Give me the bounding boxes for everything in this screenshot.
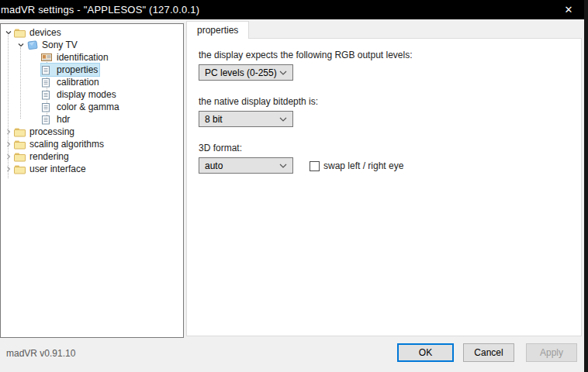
tree-item-label: identification [55, 52, 109, 63]
tree-item-label: display modes [55, 89, 116, 100]
tree-item-label: color & gamma [55, 102, 119, 112]
properties-panel: the display expects the following RGB ou… [186, 38, 582, 336]
page-icon [41, 101, 55, 113]
tree-item-processing[interactable]: processing [1, 126, 183, 138]
madvr-settings-window: madVR settings - "APPLESOS" (127.0.0.1) … [0, 0, 588, 372]
folder-icon [14, 163, 28, 175]
chevron-right-icon[interactable] [2, 138, 14, 150]
tree-item-properties[interactable]: properties [1, 64, 183, 76]
bitdepth-label: the native display bitdepth is: [199, 96, 318, 107]
tree-item-calibration[interactable]: calibration [1, 76, 183, 88]
footer-bar: madVR v0.91.10 OK Cancel Apply [0, 338, 584, 372]
folder-icon [14, 126, 28, 138]
title-bar: madVR settings - "APPLESOS" (127.0.0.1) … [0, 0, 584, 19]
settings-tree[interactable]: devices Sony TV [0, 23, 184, 338]
bitdepth-value: 8 bit [205, 114, 279, 125]
close-button[interactable]: ✕ [553, 0, 584, 19]
chevron-right-icon[interactable] [2, 126, 14, 138]
rgb-levels-label: the display expects the following RGB ou… [199, 50, 412, 60]
folder-icon [14, 138, 28, 150]
chevron-down-icon [279, 164, 287, 168]
bitdepth-select[interactable]: 8 bit [199, 111, 293, 127]
tree-item-label: processing [28, 126, 74, 137]
swap-eyes-label: swap left / right eye [320, 160, 403, 171]
cancel-button[interactable]: Cancel [463, 343, 514, 362]
tree-item-devices[interactable]: devices [1, 26, 183, 39]
chevron-right-icon[interactable] [2, 163, 14, 175]
tree-item-label: calibration [55, 77, 99, 88]
chevron-down-icon[interactable] [15, 39, 26, 51]
format3d-label: 3D format: [199, 143, 242, 153]
display-device-icon [26, 39, 40, 51]
apply-button[interactable]: Apply [526, 343, 577, 362]
swap-eyes-option[interactable]: swap left / right eye [310, 160, 403, 171]
ok-button[interactable]: OK [397, 343, 454, 362]
version-text: madVR v0.91.10 [6, 348, 75, 359]
chevron-down-icon [279, 71, 287, 75]
page-icon [41, 113, 55, 126]
chevron-down-icon[interactable] [2, 26, 14, 39]
dialog-body: devices Sony TV [0, 19, 584, 372]
tab-label: properties [197, 25, 238, 36]
tab-properties[interactable]: properties [186, 21, 249, 39]
tree-item-label: user interface [28, 164, 86, 174]
folder-icon [14, 150, 28, 163]
tree-item-scaling-algorithms[interactable]: scaling algorithms [1, 138, 183, 150]
identification-card-icon [41, 51, 55, 64]
tree-item-label: properties [55, 64, 98, 75]
rgb-levels-select[interactable]: PC levels (0-255) [199, 64, 293, 81]
background-strip [584, 0, 588, 372]
dialog-window: madVR settings - "APPLESOS" (127.0.0.1) … [0, 0, 584, 372]
format3d-value: auto [205, 160, 279, 171]
rgb-levels-value: PC levels (0-255) [205, 67, 279, 78]
tree-item-display-modes[interactable]: display modes [1, 88, 183, 101]
tree-item-label: devices [28, 27, 61, 38]
tree-item-sony-tv[interactable]: Sony TV [1, 39, 183, 51]
tree-item-color-gamma[interactable]: color & gamma [1, 101, 183, 113]
page-icon [41, 76, 55, 88]
folder-icon [14, 26, 28, 39]
tree-item-hdr[interactable]: hdr [1, 113, 183, 126]
tree-item-identification[interactable]: identification [1, 51, 183, 64]
tree-item-user-interface[interactable]: user interface [1, 163, 183, 175]
swap-eyes-checkbox[interactable] [310, 161, 320, 171]
chevron-right-icon[interactable] [2, 150, 14, 163]
tree-item-label: hdr [55, 114, 70, 125]
page-icon [41, 88, 55, 101]
tree-item-rendering[interactable]: rendering [1, 150, 183, 163]
close-icon: ✕ [565, 4, 573, 16]
chevron-down-icon [279, 117, 287, 122]
tree-item-label: rendering [28, 151, 69, 162]
page-icon [41, 64, 55, 76]
tree-item-label: scaling algorithms [28, 139, 104, 150]
tree-item-label: Sony TV [40, 40, 78, 50]
format3d-select[interactable]: auto [199, 157, 293, 174]
window-title: madVR settings - "APPLESOS" (127.0.0.1) [0, 4, 199, 16]
